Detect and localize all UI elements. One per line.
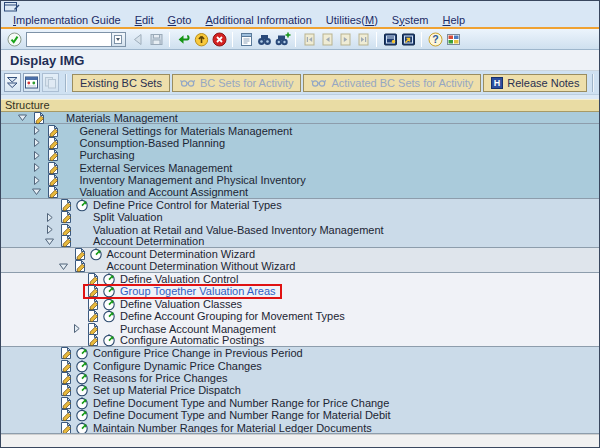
- tree-row: Purchasing: [1, 149, 599, 161]
- tree-row: Materials Management: [1, 112, 599, 124]
- expanded-toggle-icon[interactable]: [41, 236, 58, 247]
- release-note-icon: H: [491, 77, 503, 89]
- expand-node-icon[interactable]: [4, 73, 21, 92]
- tree-node-label[interactable]: Define Price Control for Material Types: [93, 199, 282, 211]
- title-bar: [1, 1, 599, 12]
- command-field-group: [26, 32, 126, 47]
- tree-node-label[interactable]: Account Determination Without Wizard: [107, 260, 296, 272]
- cancel-icon[interactable]: [210, 30, 228, 48]
- first-page-icon: [300, 30, 318, 48]
- back-icon[interactable]: [174, 30, 192, 48]
- tree-row: Reasons for Price Changes: [1, 372, 599, 384]
- img-activity-icon[interactable]: [88, 247, 104, 261]
- highlight-box: Group Together Valuation Areas: [83, 284, 282, 299]
- position-icon[interactable]: [23, 73, 40, 92]
- tree-node-label[interactable]: Reasons for Price Changes: [93, 372, 228, 384]
- toolbar-separator: [65, 74, 67, 92]
- tree-node-label[interactable]: Define Valuation Classes: [120, 298, 242, 310]
- tree-row: Valuation and Account Assignment: [1, 186, 599, 198]
- menu-implementation-guide[interactable]: Implementation Guide: [6, 14, 128, 26]
- img-node-doc-icon[interactable]: [58, 421, 74, 434]
- tree-node-label[interactable]: Configure Price Change in Previous Perio…: [93, 347, 303, 359]
- collapsed-toggle-icon[interactable]: [68, 323, 85, 334]
- tree-node-label[interactable]: Define Document Type and Number Range fo…: [93, 397, 389, 409]
- menu-utilities-m[interactable]: Utilities(M): [319, 14, 385, 26]
- customize-layout-icon[interactable]: [444, 30, 462, 48]
- tree-node-label[interactable]: Account Determination: [93, 235, 204, 247]
- collapsed-toggle-icon[interactable]: [28, 175, 45, 186]
- menu-system[interactable]: System: [385, 14, 436, 26]
- find-next-icon[interactable]: [273, 30, 291, 48]
- structure-header: Structure: [1, 99, 599, 112]
- tree-row: Consumption-Based Planning: [1, 137, 599, 149]
- standard-toolbar: ?: [1, 29, 599, 50]
- tree-node-label[interactable]: General Settings for Materials Managemen…: [80, 125, 293, 137]
- tree-node-label[interactable]: Valuation and Account Assignment: [80, 186, 249, 198]
- img-node-doc-icon[interactable]: [85, 284, 101, 298]
- tree-row: Account Determination: [1, 236, 599, 248]
- collapsed-toggle-icon[interactable]: [28, 137, 45, 148]
- menu-goto[interactable]: Goto: [161, 14, 199, 26]
- tree-node-label[interactable]: Purchase Account Management: [120, 323, 276, 335]
- tree-node-label[interactable]: Define Document Type and Number Range fo…: [93, 409, 391, 421]
- tree-row: Group Together Valuation Areas: [1, 285, 599, 297]
- img-activity-icon[interactable]: [101, 284, 117, 298]
- menu-additional-information[interactable]: Additional Information: [198, 14, 318, 26]
- collapsed-toggle-icon[interactable]: [41, 212, 58, 223]
- collapsed-toggle-icon[interactable]: [41, 224, 58, 235]
- img-activity-icon[interactable]: [101, 333, 117, 347]
- tree-node-label[interactable]: Group Together Valuation Areas: [120, 285, 276, 297]
- toolbar-separator: [169, 32, 170, 47]
- tree-node-label[interactable]: Purchasing: [80, 149, 135, 161]
- toolbar-separator: [421, 32, 422, 47]
- tree-row: Set up Material Price Dispatch: [1, 384, 599, 396]
- img-activity-icon[interactable]: [74, 198, 90, 212]
- button-label: BC Sets for Activity: [200, 77, 294, 89]
- tree-node-label[interactable]: Set up Material Price Dispatch: [93, 384, 241, 396]
- find-icon[interactable]: [255, 30, 273, 48]
- help-icon[interactable]: ?: [426, 30, 444, 48]
- print-icon[interactable]: [237, 30, 255, 48]
- tree-node-label[interactable]: Configure Dynamic Price Changes: [93, 360, 262, 372]
- release-notes-button[interactable]: HRelease Notes: [483, 74, 587, 92]
- menu-edit[interactable]: Edit: [128, 14, 161, 26]
- tree-node-label[interactable]: Inventory Management and Physical Invent…: [80, 174, 306, 186]
- expanded-toggle-icon[interactable]: [28, 186, 45, 197]
- bc-sets-for-activity-button[interactable]: BC Sets for Activity: [172, 74, 302, 92]
- tree-row: Configure Dynamic Price Changes: [1, 360, 599, 372]
- expanded-toggle-icon[interactable]: [14, 112, 31, 123]
- tree-node-label[interactable]: Configure Automatic Postings: [120, 334, 264, 346]
- command-field[interactable]: [26, 32, 112, 47]
- save-icon: [147, 30, 165, 48]
- tree-row: Configure Price Change in Previous Perio…: [1, 347, 599, 359]
- tree-row: Account Determination Wizard: [1, 248, 599, 260]
- img-activity-icon[interactable]: [101, 309, 117, 323]
- title-row: Display IMG: [1, 50, 599, 71]
- activated-bc-sets-for-activity-button[interactable]: Activated BC Sets for Activity: [303, 74, 481, 92]
- collapsed-toggle-icon[interactable]: [28, 150, 45, 161]
- tree-node-label[interactable]: Maintain Number Ranges for Material Ledg…: [93, 422, 372, 434]
- tree-node-label[interactable]: Define Account Grouping for Movement Typ…: [120, 310, 345, 322]
- collapsed-toggle-icon[interactable]: [28, 125, 45, 136]
- new-session-icon[interactable]: [381, 30, 399, 48]
- enter-icon[interactable]: [5, 30, 23, 48]
- expanded-toggle-icon[interactable]: [55, 261, 72, 272]
- tree-node-label[interactable]: Materials Management: [66, 112, 178, 124]
- tree-row: Configure Automatic Postings: [1, 335, 599, 347]
- collapsed-toggle-icon[interactable]: [28, 162, 45, 173]
- tree-node-label[interactable]: Consumption-Based Planning: [80, 137, 226, 149]
- tree-node-label[interactable]: Account Determination Wizard: [107, 248, 256, 260]
- copy-icon: [42, 73, 59, 92]
- status-bar: [1, 434, 599, 447]
- tree-node-label[interactable]: Valuation at Retail and Value-Based Inve…: [93, 224, 384, 236]
- menu-help[interactable]: Help: [436, 14, 473, 26]
- tree-node-label[interactable]: Split Valuation: [93, 211, 163, 223]
- exit-icon[interactable]: [192, 30, 210, 48]
- command-field-dropdown-icon[interactable]: [112, 32, 126, 47]
- existing-bc-sets-button[interactable]: Existing BC Sets: [72, 74, 170, 92]
- tree-node-label[interactable]: External Services Management: [80, 162, 233, 174]
- previous-page-icon: [318, 30, 336, 48]
- img-activity-icon[interactable]: [74, 421, 90, 434]
- create-shortcut-icon[interactable]: [399, 30, 417, 48]
- tree-row: Define Valuation Classes: [1, 298, 599, 310]
